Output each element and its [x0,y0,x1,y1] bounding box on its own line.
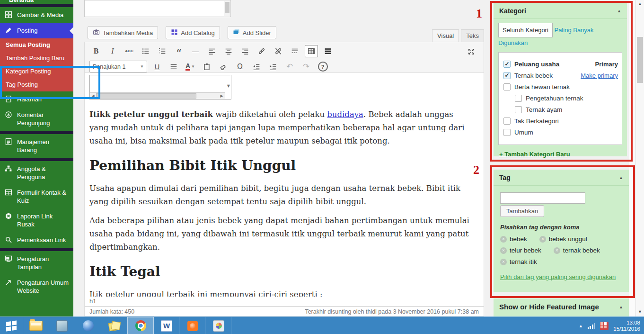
network-signal-icon[interactable] [588,323,596,329]
undo-button[interactable]: ↶ [283,61,296,73]
sidebar-item-anggota[interactable]: Anggota & Pengguna [0,161,73,185]
redo-button[interactable]: ↷ [300,61,313,73]
tag-panel-header[interactable]: Tag ▲ [494,170,629,186]
embedded-scrollbox[interactable]: ▼ ◀ ▶ [89,75,231,99]
add-slider-button[interactable]: Add Slider [228,26,276,39]
align-left-button[interactable] [205,45,219,57]
make-primary-link[interactable]: Make primary [581,72,618,79]
tab-visual[interactable]: Visual [432,29,459,42]
taskbar-clock[interactable]: 13:08 15/11/2016 [613,320,640,332]
scroll-up-arrow-icon[interactable]: ▲ [636,1,644,6]
add-category-link[interactable]: + Tambah Kategori Baru [499,151,570,158]
scroll-right-arrow-icon[interactable]: ▶ [219,93,225,99]
sidebar-item-beranda[interactable]: Beranda [0,0,73,4]
read-more-button[interactable] [288,45,301,57]
collapse-arrow-icon[interactable]: ▲ [619,175,623,180]
remove-tag-icon[interactable] [500,259,507,265]
tray-notification-icon[interactable] [600,322,609,330]
tab-seluruh-kategori[interactable]: Seluruh Kategori [498,23,553,37]
featured-panel-header[interactable]: Show or Hide Featured Image ▲ [494,298,629,315]
remove-tag-icon[interactable] [539,236,546,243]
align-center-button[interactable] [222,45,235,57]
numbered-list-button[interactable] [156,45,169,57]
submenu-tambah-posting-baru[interactable]: Tambah Posting Baru [0,52,73,65]
sidebar-item-manajemen-barang[interactable]: Manajemen Barang [0,134,73,158]
sidebar-item-halaman[interactable]: Halaman [0,91,73,107]
strikethrough-button[interactable]: ABC [123,45,136,57]
checkbox-umum[interactable] [503,129,511,136]
toolbar-toggle-button[interactable] [305,45,318,57]
checkbox-berta-hewan-ternak[interactable] [503,83,511,90]
checkbox-pengetahuan-ternak[interactable] [515,95,522,102]
checkbox-ternak-bebek[interactable] [503,72,511,79]
collapse-arrow-icon[interactable]: ▲ [619,305,623,309]
special-character-button[interactable]: Ω [233,61,247,73]
start-button[interactable] [0,317,23,334]
budidaya-link[interactable]: budidaya [327,110,363,119]
sidebar-item-laporan-link[interactable]: Laporan Link Rusak [0,208,73,232]
tab-teks[interactable]: Teks [461,29,484,42]
tag-input[interactable] [500,192,585,204]
remove-tag-icon[interactable] [554,247,560,254]
tag-add-button[interactable]: Tambahkan [500,205,544,217]
bulleted-list-button[interactable] [139,45,152,57]
sidebar-item-gambar-media[interactable]: Gambar & Media [0,7,73,23]
checkbox-ternak-ayam[interactable] [515,106,522,113]
page-scrollbar[interactable]: ▲ ▼ [635,0,644,316]
taskbar-chrome[interactable] [127,317,154,334]
clear-formatting-button[interactable] [217,61,230,73]
italic-button[interactable]: I [106,45,119,57]
menu-button[interactable] [321,45,335,57]
sidebar-item-komentar[interactable]: Komentar Pengunjung [0,107,73,131]
checkbox-peluang-usaha[interactable] [503,61,511,68]
format-select[interactable]: Penajukan 1 ▼ [89,61,147,72]
taskbar-xampp[interactable] [180,317,206,334]
sidebar-item-formulir[interactable]: Formulir Kontak & Kuiz [0,185,73,208]
page-scrollbar-thumb[interactable] [637,37,643,83]
taskbar-browser[interactable] [75,317,101,334]
collapse-arrow-icon[interactable]: ▲ [617,9,621,13]
taskbar-file-explorer[interactable] [23,317,49,334]
scroll-down-arrow-icon[interactable]: ▼ [227,84,230,88]
choose-from-tags-link[interactable]: Pilih dari tag yang paling sering diguna… [500,273,616,280]
blockquote-button[interactable]: “ [172,43,185,60]
bold-button[interactable]: B [89,45,103,57]
text-color-button[interactable]: A ▼ [184,61,197,73]
add-media-button[interactable]: Tambahkan Media [88,26,158,39]
sidebar-item-pengaturan-tampilan[interactable]: Pengaturan Tampilan [0,251,73,275]
horizontal-rule-button[interactable]: — [189,45,202,57]
insert-link-button[interactable] [255,45,268,57]
remove-tag-icon[interactable] [500,247,507,254]
kategori-checklist[interactable]: Peluang usaha Primary Ternak bebek Make … [498,52,622,145]
scrollbar-thumb[interactable] [96,93,196,99]
horizontal-scrollbar[interactable]: ◀ ▶ [90,92,225,99]
taskbar-word[interactable]: W [154,317,180,334]
outdent-button[interactable] [250,61,263,73]
post-content-area[interactable]: ▼ ◀ ▶ Itikk petelur unggul terbaik wajib… [84,73,484,307]
paste-as-text-button[interactable] [200,61,213,73]
remove-link-button[interactable] [272,45,285,57]
title-field-scrollbar[interactable] [224,1,230,16]
submenu-tag-posting[interactable]: Tag Posting [0,78,73,91]
add-catalog-button[interactable]: Add Catalog [166,26,220,39]
justify-button[interactable] [167,61,180,73]
sidebar-item-pemeriksaan-link[interactable]: Pemeriksaan Link [0,232,73,248]
taskbar-app[interactable] [49,317,75,334]
sidebar-item-posting[interactable]: Posting [0,23,73,38]
scroll-down-arrow-icon[interactable]: ▼ [636,309,644,314]
help-button[interactable]: ? [316,61,329,73]
scroll-left-arrow-icon[interactable]: ◀ [90,93,96,99]
indent-button[interactable] [266,61,280,73]
submenu-semua-posting[interactable]: Semua Posting [0,38,73,52]
tray-expand-icon[interactable]: ▲ [579,324,583,328]
taskbar-notes[interactable] [101,317,127,334]
underline-button[interactable]: U [150,61,164,73]
fullscreen-button[interactable] [465,45,478,58]
align-right-button[interactable] [238,45,252,57]
remove-tag-icon[interactable] [500,236,507,243]
submenu-kategori-posting[interactable]: Kategori Posting [0,65,73,78]
checkbox-tak-berkategori[interactable] [503,117,511,125]
taskbar-paint[interactable] [206,317,232,334]
kategori-panel-header[interactable]: Kategori ▲ [494,3,627,19]
sidebar-item-pengaturan-umum[interactable]: Pengaturan Umum Website [0,275,73,298]
